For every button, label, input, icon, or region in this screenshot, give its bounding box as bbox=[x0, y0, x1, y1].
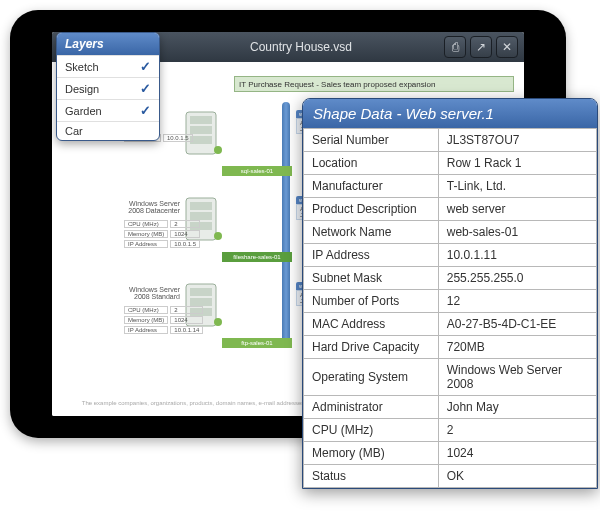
table-row: Product Descriptionweb server bbox=[304, 198, 597, 221]
prop-value: A0-27-B5-4D-C1-EE bbox=[438, 313, 596, 336]
check-icon: ✓ bbox=[140, 81, 151, 96]
prop-value: 10.0.1.11 bbox=[438, 244, 596, 267]
document-title: Country House.vsd bbox=[162, 40, 440, 54]
prop-key: Status bbox=[304, 465, 439, 488]
table-row: LocationRow 1 Rack 1 bbox=[304, 152, 597, 175]
layer-row[interactable]: Car bbox=[57, 121, 159, 140]
prop-value: John May bbox=[438, 396, 596, 419]
shape-data-table: Serial NumberJL3ST87OU7LocationRow 1 Rac… bbox=[303, 128, 597, 488]
check-icon: ✓ bbox=[140, 59, 151, 74]
svg-point-14 bbox=[214, 318, 222, 326]
table-row: Network Nameweb-sales-01 bbox=[304, 221, 597, 244]
prop-value: JL3ST87OU7 bbox=[438, 129, 596, 152]
prop-value: 12 bbox=[438, 290, 596, 313]
layer-name: Design bbox=[65, 83, 99, 95]
prop-value: web server bbox=[438, 198, 596, 221]
table-row: Memory (MB)1024 bbox=[304, 442, 597, 465]
prop-value: T-Link, Ltd. bbox=[438, 175, 596, 198]
prop-value: OK bbox=[438, 465, 596, 488]
prop-key: Number of Ports bbox=[304, 290, 439, 313]
server-block[interactable]: Windows Server 2008 StandardCPU (MHz)2Me… bbox=[122, 270, 322, 348]
table-row: Operating SystemWindows Web Server 2008 bbox=[304, 359, 597, 396]
table-row: IP Address10.0.1.11 bbox=[304, 244, 597, 267]
svg-rect-11 bbox=[190, 288, 212, 296]
prop-key: Location bbox=[304, 152, 439, 175]
svg-rect-6 bbox=[190, 202, 212, 210]
shape-data-panel: Shape Data - Web server.1 Serial NumberJ… bbox=[302, 98, 598, 489]
prop-key: Product Description bbox=[304, 198, 439, 221]
prop-value: 2 bbox=[438, 419, 596, 442]
prop-value: 255.255.255.0 bbox=[438, 267, 596, 290]
server-name: Windows Server 2008 Standard bbox=[122, 286, 180, 300]
prop-value: Row 1 Rack 1 bbox=[438, 152, 596, 175]
layer-name: Sketch bbox=[65, 61, 99, 73]
prop-key: Operating System bbox=[304, 359, 439, 396]
shape-data-title: Shape Data - Web server.1 bbox=[303, 99, 597, 128]
prop-key: Memory (MB) bbox=[304, 442, 439, 465]
prop-key: MAC Address bbox=[304, 313, 439, 336]
table-row: Serial NumberJL3ST87OU7 bbox=[304, 129, 597, 152]
layers-title: Layers bbox=[57, 33, 159, 55]
table-row: CPU (MHz)2 bbox=[304, 419, 597, 442]
svg-rect-1 bbox=[190, 116, 212, 124]
svg-point-4 bbox=[214, 146, 222, 154]
layer-row[interactable]: Garden✓ bbox=[57, 99, 159, 121]
layer-name: Garden bbox=[65, 105, 102, 117]
server-name: Windows Server 2008 Datacenter bbox=[122, 200, 180, 214]
share-icon[interactable]: ↗ bbox=[470, 36, 492, 58]
layer-name: Car bbox=[65, 125, 83, 137]
table-row: Number of Ports12 bbox=[304, 290, 597, 313]
banner-text: IT Purchase Request - Sales team propose… bbox=[234, 76, 514, 92]
prop-key: Subnet Mask bbox=[304, 267, 439, 290]
layer-row[interactable]: Sketch✓ bbox=[57, 55, 159, 77]
table-row: MAC AddressA0-27-B5-4D-C1-EE bbox=[304, 313, 597, 336]
close-icon[interactable]: ✕ bbox=[496, 36, 518, 58]
prop-value: web-sales-01 bbox=[438, 221, 596, 244]
server-block[interactable]: Windows Server 2008 DatacenterCPU (MHz)2… bbox=[122, 184, 322, 262]
table-row: ManufacturerT-Link, Ltd. bbox=[304, 175, 597, 198]
prop-key: Manufacturer bbox=[304, 175, 439, 198]
prop-key: IP Address bbox=[304, 244, 439, 267]
server-tag: ftp-sales-01 bbox=[222, 338, 292, 348]
prop-key: CPU (MHz) bbox=[304, 419, 439, 442]
server-tag: sql-sales-01 bbox=[222, 166, 292, 176]
table-row: StatusOK bbox=[304, 465, 597, 488]
pdf-icon[interactable]: ⎙ bbox=[444, 36, 466, 58]
layer-row[interactable]: Design✓ bbox=[57, 77, 159, 99]
layers-popover: Layers Sketch✓Design✓Garden✓Car bbox=[56, 32, 160, 141]
check-icon: ✓ bbox=[140, 103, 151, 118]
prop-key: Serial Number bbox=[304, 129, 439, 152]
svg-point-9 bbox=[214, 232, 222, 240]
prop-key: Hard Drive Capacity bbox=[304, 336, 439, 359]
prop-value: Windows Web Server 2008 bbox=[438, 359, 596, 396]
table-row: Hard Drive Capacity720MB bbox=[304, 336, 597, 359]
table-row: AdministratorJohn May bbox=[304, 396, 597, 419]
prop-key: Administrator bbox=[304, 396, 439, 419]
table-row: Subnet Mask255.255.255.0 bbox=[304, 267, 597, 290]
prop-value: 1024 bbox=[438, 442, 596, 465]
prop-key: Network Name bbox=[304, 221, 439, 244]
server-tag: fileshare-sales-01 bbox=[222, 252, 292, 262]
prop-value: 720MB bbox=[438, 336, 596, 359]
